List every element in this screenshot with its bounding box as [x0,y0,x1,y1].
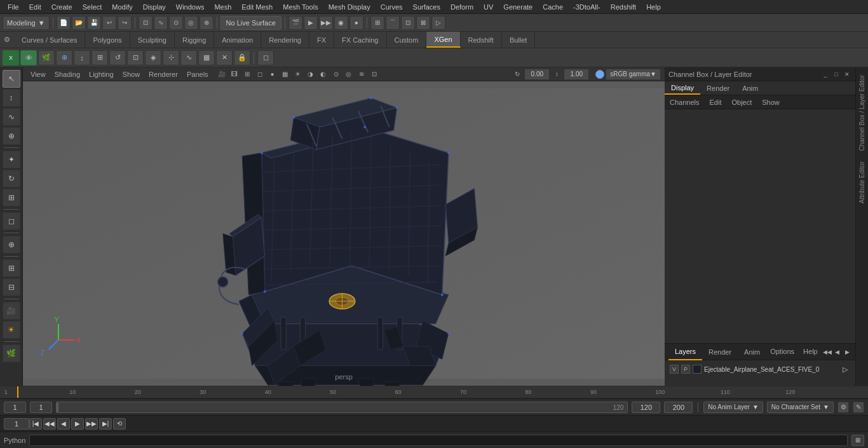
menu-generate[interactable]: Generate [498,2,538,12]
wf-tab-xgen[interactable]: XGen [426,32,460,48]
current-frame-input[interactable] [30,402,52,413]
new-file-btn[interactable]: 📄 [57,16,71,30]
timeline[interactable]: 1 10 20 30 40 50 60 70 80 90 100 110 120 [0,386,868,398]
vp-2d-icon[interactable]: ⊡ [369,69,380,80]
redo-btn[interactable]: ↪ [118,16,132,30]
vp-menu-view[interactable]: View [27,69,50,79]
shelf-xgen-btn[interactable]: 👁 [20,50,37,65]
snap-view-btn[interactable]: ⊠ [416,16,430,30]
snap-curve-btn[interactable]: ⌒ [386,16,400,30]
vp-menu-lighting[interactable]: Lighting [85,69,118,79]
menu-modify[interactable]: Modify [107,2,137,12]
rst-channel-box[interactable]: Channel Box / Layer Editor [858,70,865,156]
vp-color-space[interactable]: sRGB gamma ▼ [606,69,661,80]
vp-menu-show[interactable]: Show [119,69,144,79]
shelf-archive-btn[interactable]: ▦ [198,50,215,65]
range-end-input[interactable] [632,402,660,413]
menu-create[interactable]: Create [46,2,78,12]
layers-tab-render[interactable]: Render [702,344,738,360]
mode-dropdown[interactable]: Modeling ▼ [3,16,50,30]
frame-slider[interactable]: 120 [56,402,628,413]
vp-filmstrip-icon[interactable]: 🎞 [229,69,240,80]
pb-current-frame[interactable] [4,418,29,430]
rect-select-btn[interactable]: ◻ [3,212,20,230]
wf-tab-polygons[interactable]: Polygons [85,32,130,48]
shelf-lock-btn[interactable]: 🔒 [234,50,250,65]
character-set-dropdown[interactable]: No Character Set ▼ [767,402,834,413]
menu-uv[interactable]: UV [478,2,498,12]
cb-minimize-btn[interactable]: _ [821,70,830,79]
layers-tab-display[interactable]: Layers [668,344,702,360]
lasso-select-btn[interactable]: ∿ [3,108,20,126]
cb-tab-display[interactable]: Display [665,81,700,95]
layers-back-btn[interactable]: ◀ [833,348,842,356]
wf-tab-bullet[interactable]: Bullet [502,32,536,48]
shelf-group-btn[interactable]: ⊡ [127,50,144,65]
shelf-env-btn[interactable]: 🌿 [38,50,55,65]
wf-tab-rendering[interactable]: Rendering [261,32,309,48]
pb-prev-frame-btn[interactable]: ◀ [57,418,70,430]
ipr-btn[interactable]: ◉ [334,16,348,30]
cmd-input[interactable] [29,435,848,446]
vp-menu-shading[interactable]: Shading [51,69,84,79]
layers-help-btn[interactable]: Help [799,348,822,356]
undo-btn[interactable]: ↩ [102,16,116,30]
vp-texture-icon[interactable]: ▦ [280,69,291,80]
pb-goto-start-btn[interactable]: |◀ [29,418,42,430]
shelf-move-btn[interactable]: ↕ [74,50,90,65]
cb-object-menu[interactable]: Object [726,95,757,109]
vp-camera-icon[interactable]: 🎥 [216,69,227,80]
lasso-btn[interactable]: ∿ [154,16,168,30]
menu-display[interactable]: Display [138,2,171,12]
wf-tab-fx[interactable]: FX [309,32,334,48]
vp-shade-icon[interactable]: ● [267,69,278,80]
frame-start-input[interactable] [4,402,26,413]
viewport-canvas[interactable]: X Y Z persp [23,81,665,386]
vp-value1-input[interactable] [524,69,550,80]
layer-vis-btn[interactable]: V [670,365,679,374]
open-file-btn[interactable]: 📂 [72,16,86,30]
menu-edit[interactable]: Edit [24,2,46,12]
render-btn[interactable]: 🎬 [288,16,302,30]
menu-mesh-tools[interactable]: Mesh Tools [278,2,323,12]
shelf-scale-btn[interactable]: ⊞ [92,50,108,65]
cb-close-btn[interactable]: ✕ [843,70,851,79]
menu-edit-mesh[interactable]: Edit Mesh [236,2,278,12]
vp-value2-input[interactable] [564,69,589,80]
cb-channels-menu[interactable]: Channels [665,95,704,109]
cb-tab-render[interactable]: Render [700,81,736,95]
shelf-hair-btn[interactable]: ⊕ [56,50,72,65]
wf-tab-custom[interactable]: Custom [387,32,427,48]
vp-reset-icon[interactable]: ↻ [512,69,523,80]
menu-help[interactable]: Help [641,2,666,12]
layers-options-btn[interactable]: Options [766,348,798,356]
menu-windows[interactable]: Windows [171,2,210,12]
max-range-input[interactable] [664,402,693,413]
anim-prefs-btn[interactable]: ⚙ [837,402,849,413]
shelf-extra1-btn[interactable]: ◻ [257,50,274,65]
wf-tab-fx-caching[interactable]: FX Caching [334,32,386,48]
menu-surfaces[interactable]: Surfaces [408,2,445,12]
timeline-playhead[interactable] [17,386,18,398]
menu-select[interactable]: Select [78,2,107,12]
pb-next-frame-btn[interactable]: ▶▶ [85,418,98,430]
cb-show-menu[interactable]: Show [757,95,785,109]
snap-pt-btn[interactable]: ⊕ [3,236,20,254]
soft-btn[interactable]: ◎ [184,16,198,30]
shelf-rotate-btn[interactable]: ↺ [109,50,126,65]
camera-btn[interactable]: 🎥 [3,302,20,320]
menu-redshift[interactable]: Redshift [606,2,641,12]
snap-grid-btn[interactable]: ⊞ [370,16,384,30]
shelf-patch-btn[interactable]: ◈ [145,50,161,65]
vp-dof-icon[interactable]: ◎ [343,69,355,80]
group-btn[interactable]: ⊞ [3,259,20,277]
wf-tab-redshift[interactable]: Redshift [461,32,502,48]
vp-wire-icon[interactable]: ◻ [254,69,266,80]
more-snap-btn[interactable]: ▷ [431,16,445,30]
anim-layer-dropdown[interactable]: No Anim Layer ▼ [703,402,763,413]
rotate-btn[interactable]: ↻ [3,170,20,187]
transform-btn[interactable]: ⊕ [3,127,20,145]
layer-color-btn[interactable] [693,365,702,374]
light-btn[interactable]: ☀ [3,321,20,339]
sphere-btn[interactable]: ● [349,16,363,30]
